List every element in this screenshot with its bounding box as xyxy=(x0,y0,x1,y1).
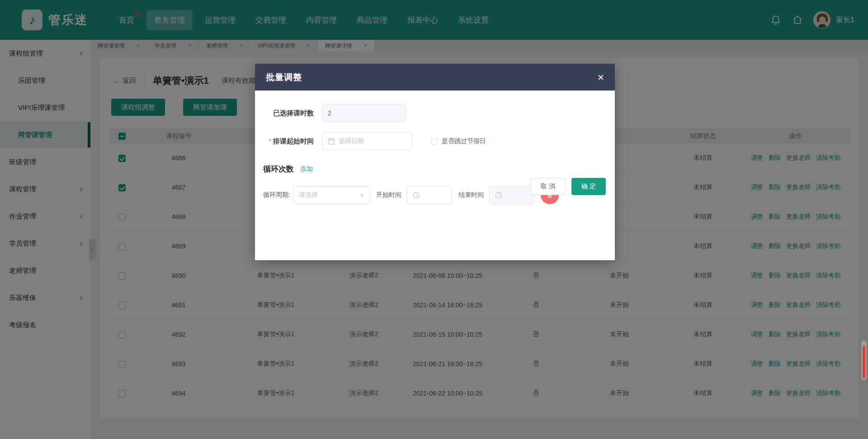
start-time-label: 开始时间 xyxy=(376,191,401,199)
page-scrollbar[interactable] xyxy=(861,340,867,380)
calendar-icon xyxy=(328,138,335,145)
end-time-picker[interactable] xyxy=(489,186,534,204)
add-cycle-link[interactable]: 添加 xyxy=(300,165,313,173)
clock-icon xyxy=(495,191,502,199)
cycle-section-title: 循环次数 xyxy=(263,164,294,174)
batch-adjust-dialog: 批量调整 × 已选择课时数 2 排课起始时间 选择日期 是否跳过节假日 循环次数… xyxy=(255,64,615,260)
checkbox-icon xyxy=(431,138,438,145)
start-date-label: 排课起始时间 xyxy=(260,137,314,146)
end-time-label: 结束时间 xyxy=(458,191,484,199)
close-icon[interactable]: × xyxy=(598,72,604,83)
confirm-button[interactable]: 确 定 xyxy=(571,178,606,195)
skip-holiday-checkbox[interactable]: 是否跳过节假日 xyxy=(427,137,486,145)
dialog-title: 批量调整 xyxy=(266,72,302,83)
cycle-period-select[interactable]: 请选择 ∨ xyxy=(293,186,370,204)
selected-hours-field[interactable]: 2 xyxy=(322,104,406,122)
cancel-button[interactable]: 取 消 xyxy=(531,178,565,195)
dialog-header: 批量调整 × xyxy=(255,64,615,91)
selected-hours-label: 已选择课时数 xyxy=(260,109,314,118)
clock-icon xyxy=(413,191,420,199)
chevron-down-icon: ∨ xyxy=(360,192,364,198)
start-time-picker[interactable] xyxy=(407,186,452,204)
start-date-picker[interactable]: 选择日期 xyxy=(322,132,412,150)
cycle-period-label: 循环周期: xyxy=(263,191,290,199)
